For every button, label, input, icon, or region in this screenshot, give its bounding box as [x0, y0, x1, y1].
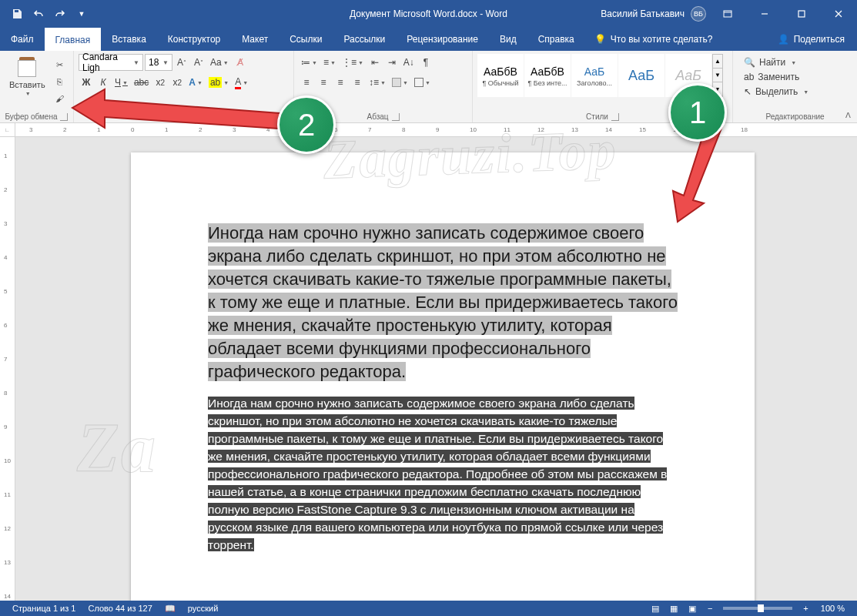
- paragraph-1[interactable]: Иногда нам срочно нужно записать содержи…: [208, 222, 678, 383]
- zoom-out-icon[interactable]: −: [701, 604, 718, 613]
- bullets-button[interactable]: ≔▼: [299, 54, 320, 71]
- shading-button[interactable]: ▼: [390, 74, 410, 91]
- style-nospacing[interactable]: АаБбВ¶ Без инте...: [524, 54, 571, 97]
- share-icon: 👤: [778, 34, 789, 45]
- chevron-down-icon: ▼: [713, 69, 722, 82]
- tab-file[interactable]: Файл: [0, 28, 45, 51]
- replace-button[interactable]: abЗаменить: [739, 70, 813, 84]
- redo-icon[interactable]: [51, 5, 69, 23]
- styles-launcher[interactable]: [611, 113, 619, 121]
- zoom-in-icon[interactable]: +: [797, 604, 814, 613]
- undo-icon[interactable]: [29, 5, 48, 23]
- decrease-indent-button[interactable]: ⇤: [367, 54, 383, 71]
- change-case-button[interactable]: Aa▼: [208, 54, 231, 71]
- line-spacing-button[interactable]: ↕≡▼: [367, 74, 388, 91]
- style-heading1[interactable]: АаБЗаголово...: [571, 54, 618, 97]
- search-icon: 🔍: [744, 57, 755, 68]
- paste-button[interactable]: Вставить ▼: [5, 54, 50, 98]
- language-status[interactable]: русский: [182, 604, 224, 613]
- share-button[interactable]: 👤 Поделиться: [765, 28, 857, 51]
- chevron-down-icon: ▼: [25, 91, 31, 96]
- read-mode-icon[interactable]: ▤: [646, 601, 665, 615]
- vertical-ruler[interactable]: 12345678910111213141516: [0, 137, 15, 601]
- annotation-arrow-2: [66, 85, 297, 146]
- multilevel-button[interactable]: ⋮≡▼: [340, 54, 366, 71]
- chevron-down-icon: ▼: [133, 59, 139, 66]
- lightbulb-icon: 💡: [594, 34, 606, 45]
- save-icon[interactable]: [8, 5, 26, 23]
- spellcheck-icon[interactable]: 📖: [159, 604, 182, 614]
- titlebar-right: Василий Батькавич ВБ: [601, 0, 857, 28]
- tab-mailings[interactable]: Рассылки: [333, 28, 396, 51]
- statusbar: Страница 1 из 1 Слово 44 из 127 📖 русски…: [0, 601, 857, 616]
- annotation-badge-2: 2: [277, 95, 336, 154]
- svg-rect-0: [724, 11, 731, 17]
- cursor-icon: ↖: [744, 86, 752, 97]
- tab-layout[interactable]: Макет: [231, 28, 279, 51]
- tab-design[interactable]: Конструктор: [157, 28, 231, 51]
- paragraph-launcher[interactable]: [392, 113, 400, 121]
- avatar[interactable]: ВБ: [691, 6, 706, 22]
- tab-references[interactable]: Ссылки: [279, 28, 333, 51]
- show-marks-button[interactable]: ¶: [418, 54, 434, 71]
- page-status[interactable]: Страница 1 из 1: [6, 604, 82, 613]
- style-normal[interactable]: АаБбВ¶ Обычный: [477, 54, 524, 97]
- numbering-button[interactable]: ≡▼: [321, 54, 338, 71]
- ribbon-display-options-icon[interactable]: [712, 0, 743, 28]
- chevron-up-icon: ▲: [713, 55, 722, 69]
- ribbon-tabs: Файл Главная Вставка Конструктор Макет С…: [0, 28, 857, 51]
- select-button[interactable]: ↖Выделить▼: [739, 85, 813, 99]
- quick-access-toolbar: ▼: [0, 5, 91, 23]
- group-editing: 🔍Найти▼ abЗаменить ↖Выделить▼ Редактиров…: [733, 51, 857, 122]
- annotation-badge-1: 1: [668, 83, 727, 142]
- paste-icon: [16, 55, 38, 79]
- tab-view[interactable]: Вид: [489, 28, 527, 51]
- shrink-font-button[interactable]: A˅: [191, 54, 206, 71]
- paragraph-2[interactable]: Иногда нам срочно нужно записать содержи…: [208, 394, 678, 554]
- zoom-level[interactable]: 100 %: [815, 604, 851, 613]
- tab-review[interactable]: Рецензирование: [396, 28, 489, 51]
- collapse-ribbon-icon[interactable]: ᐱ: [842, 109, 854, 121]
- maximize-icon[interactable]: [786, 0, 817, 28]
- svg-rect-3: [798, 11, 805, 17]
- align-right-button[interactable]: ≡: [333, 74, 348, 91]
- qat-customize-icon[interactable]: ▼: [72, 5, 91, 23]
- font-name-combo[interactable]: Candara Ligh▼: [79, 54, 143, 71]
- grow-font-button[interactable]: A˄: [174, 54, 189, 71]
- replace-icon: ab: [744, 72, 754, 82]
- web-layout-icon[interactable]: ▣: [683, 601, 701, 615]
- sort-button[interactable]: A↓: [401, 54, 417, 71]
- word-count[interactable]: Слово 44 из 127: [82, 604, 158, 613]
- print-layout-icon[interactable]: ▦: [665, 601, 683, 615]
- group-clipboard: Вставить ▼ ✂ ⎘ 🖌 Буфер обмена: [0, 51, 74, 122]
- chevron-down-icon: ▼: [162, 59, 169, 66]
- zoom-slider[interactable]: [723, 607, 792, 610]
- tab-home[interactable]: Главная: [45, 28, 102, 51]
- close-icon[interactable]: [823, 0, 854, 28]
- user-name[interactable]: Василий Батькавич: [601, 8, 685, 19]
- align-left-button[interactable]: ≡: [299, 74, 314, 91]
- cut-icon[interactable]: ✂: [52, 57, 69, 72]
- justify-button[interactable]: ≡: [350, 74, 365, 91]
- tell-me[interactable]: 💡 Что вы хотите сделать?: [585, 28, 722, 51]
- document-title: Документ Microsoft Word.docx - Word: [350, 8, 507, 19]
- tab-selector[interactable]: ∟: [0, 123, 15, 136]
- titlebar: ▼ Документ Microsoft Word.docx - Word Ва…: [0, 0, 857, 28]
- align-center-button[interactable]: ≡: [316, 74, 331, 91]
- clear-formatting-button[interactable]: A̸: [233, 54, 248, 71]
- style-heading2[interactable]: АаБ: [618, 54, 665, 97]
- tab-help[interactable]: Справка: [527, 28, 585, 51]
- borders-button[interactable]: ▼: [412, 74, 433, 91]
- svg-marker-5: [72, 89, 290, 129]
- tab-insert[interactable]: Вставка: [101, 28, 157, 51]
- find-button[interactable]: 🔍Найти▼: [739, 55, 813, 69]
- increase-indent-button[interactable]: ⇥: [384, 54, 400, 71]
- minimize-icon[interactable]: [749, 0, 780, 28]
- font-size-combo[interactable]: 18▼: [145, 54, 172, 71]
